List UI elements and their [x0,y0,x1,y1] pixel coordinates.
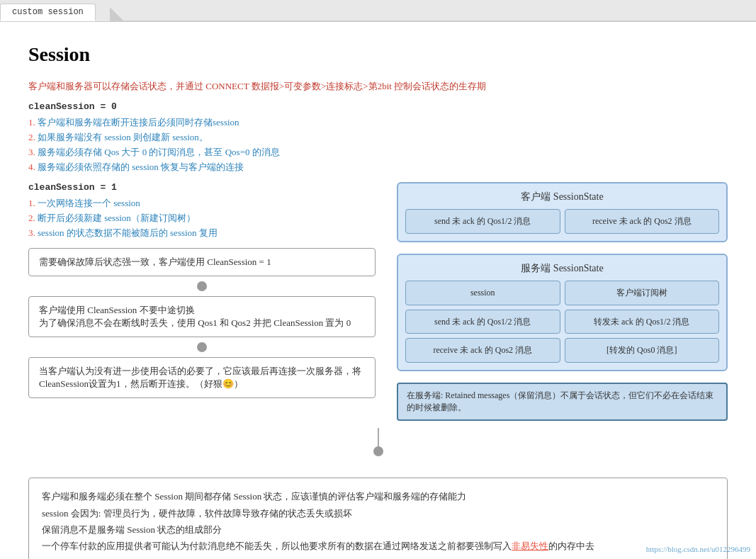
right-column: 客户端 SessionState send 未 ack 的 Qos1/2 消息 … [397,182,728,421]
flow-box-2: 客户端使用 CleanSession 不要中途切换 为了确保消息不会在断线时丢失… [28,296,376,337]
bottom-connector-area [28,428,728,456]
bottom-line-4-suffix: 的内存中去 [548,541,594,551]
bottom-text: 客户端和服务端必须在整个 Session 期间都存储 Session 状态，应该… [42,488,714,555]
watermark: https://blog.csdn.net/u012296499 [646,545,750,553]
clean0-item-4: 4. 服务端必须依照存储的 session 恢复与客户端的连接 [28,161,728,174]
bottom-section: 客户端和服务端必须在整个 Session 期间都存储 Session 状态，应该… [28,478,728,559]
page-title: Session [28,43,728,66]
clean1-label: cleanSession = 1 [28,182,376,193]
server-session-title: 服务端 SessionState [405,262,719,275]
tab-custom-session[interactable]: custom session [0,4,96,21]
client-session-box: 客户端 SessionState send 未 ack 的 Qos1/2 消息 … [397,182,728,242]
server-cell-4: receive 未 ack 的 Qos2 消息 [405,338,560,363]
retained-text: 在服务端: Retained messages（保留消息）不属于会话状态，但它们… [407,390,713,412]
retained-box: 在服务端: Retained messages（保留消息）不属于会话状态，但它们… [397,383,728,421]
client-session-grid: send 未 ack 的 Qos1/2 消息 receive 未 ack 的 Q… [405,209,719,234]
server-cell-0: session [405,281,560,305]
flow-dot-1 [197,281,207,291]
bottom-line-4-prefix: 一个停车付款的应用提供者可能认为付款消息绝不能丢失，所以他要求所有的数据在通过网… [42,541,512,551]
left-column: cleanSession = 1 1. 一次网络连接一个 session 2. … [28,182,376,421]
clean0-item-1: 1. 客户端和服务端在断开连接后必须同时存储session [28,116,728,129]
clean1-item-3: 3. session 的状态数据不能被随后的 session 复用 [28,227,376,239]
bottom-connector-dot [373,446,383,456]
bottom-line-4: 一个停车付款的应用提供者可能认为付款消息绝不能丢失，所以他要求所有的数据在通过网… [42,538,714,554]
client-session-title: 客户端 SessionState [405,191,719,203]
flow-connector-2 [28,337,376,357]
flow-box-2-text: 客户端使用 CleanSession 不要中途切换 为了确保消息不会在断线时丢失… [39,305,351,328]
tab-bar: custom session [0,0,756,22]
intro-text: 客户端和服务器可以存储会话状态，并通过 CONNECT 数据报>可变参数>连接标… [28,80,728,93]
clean0-list: 1. 客户端和服务端在断开连接后必须同时存储session 2. 如果服务端没有… [28,116,728,174]
server-cell-5: [转发的 Qos0 消息] [565,338,720,363]
bottom-line-1: 客户端和服务端必须在整个 Session 期间都存储 Session 状态，应该… [42,488,714,504]
server-session-grid: session 客户端订阅树 send 未 ack 的 Qos1/2 消息 转发… [405,281,719,363]
server-cell-2: send 未 ack 的 Qos1/2 消息 [405,310,560,334]
bottom-line-4-highlight: 非易失性 [512,541,548,551]
main-content: Session 客户端和服务器可以存储会话状态，并通过 CONNECT 数据报>… [0,22,756,559]
server-session-box: 服务端 SessionState session 客户端订阅树 send 未 a… [397,254,728,371]
clean1-item-1: 1. 一次网络连接一个 session [28,197,376,210]
two-col-layout: cleanSession = 1 1. 一次网络连接一个 session 2. … [28,182,728,421]
flow-box-3: 当客户端认为没有进一步使用会话的必要了，它应该最后再连接一次服务器，将Clean… [28,357,376,398]
server-cell-3: 转发未 ack 的 Qos1/2 消息 [565,310,720,334]
flow-connector-1 [28,276,376,296]
clean0-label: cleanSession = 0 [28,101,728,112]
flow-box-1: 需要确保故障后状态强一致，客户端使用 CleanSession = 1 [28,248,376,276]
flow-box-1-text: 需要确保故障后状态强一致，客户端使用 CleanSession = 1 [39,256,271,267]
client-cell-0: send 未 ack 的 Qos1/2 消息 [405,209,560,234]
clean1-list: 1. 一次网络连接一个 session 2. 断开后必须新建 session（新… [28,197,376,239]
clean0-item-2: 2. 如果服务端没有 session 则创建新 session。 [28,131,728,144]
clean1-item-2: 2. 断开后必须新建 session（新建订阅树） [28,212,376,225]
bottom-line-3: 保留消息不是服务端 Session 状态的组成部分 [42,521,714,538]
flow-box-3-text: 当客户端认为没有进一步使用会话的必要了，它应该最后再连接一次服务器，将Clean… [39,366,361,389]
client-cell-1: receive 未 ack 的 Qos2 消息 [565,209,720,234]
clean0-item-3: 3. 服务端必须存储 Qos 大于 0 的订阅消息，甚至 Qos=0 的消息 [28,146,728,159]
flow-dot-2 [197,342,207,352]
bottom-line-2: session 会因为: 管理员行为，硬件故障，软件故障导致存储的状态丢失或损坏 [42,505,714,521]
server-cell-1: 客户端订阅树 [565,281,720,305]
